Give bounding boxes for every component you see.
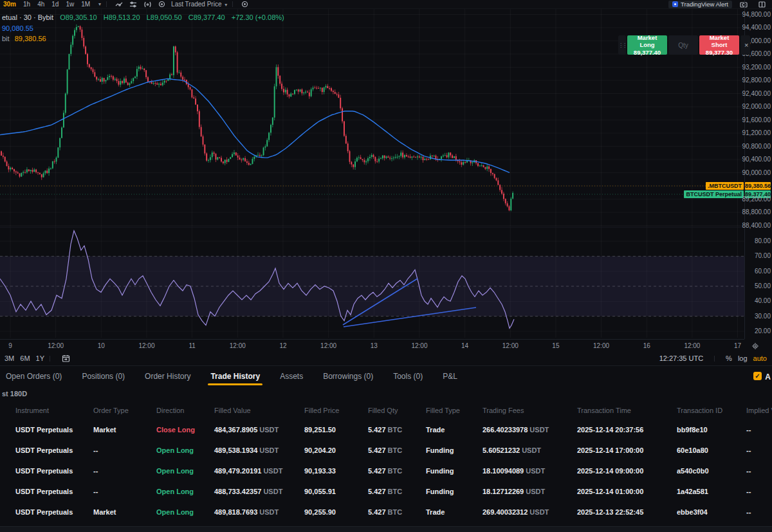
time-axis-label: 12:00 [138,342,154,349]
all-checkbox-label: A [765,372,771,381]
go-to-date-icon[interactable] [62,354,70,362]
cell-filled_value: 489,479.20191USDT [214,461,282,481]
cell-filled_qty: 5.427BTC [368,481,402,502]
cell-instrument: USDT Perpetuals [15,419,73,440]
range-6M[interactable]: 6M [20,354,30,362]
tab-trade-history[interactable]: Trade History [209,367,261,386]
tradingview-alert-button[interactable]: TradingView Alert [668,1,732,8]
cell-time: 2025-12-14 20:37:56 [577,419,643,440]
market-short-button[interactable]: Market Short 89,377.30 [699,35,739,55]
ma-legend-value: 90,080.55 [2,24,33,32]
cell-order_type: -- [93,440,98,461]
tab-positions-0[interactable]: Positions (0) [80,367,126,386]
all-checkbox[interactable]: ✓ [753,372,762,380]
table-row: USDT Perpetuals--Open Long489,538.1934US… [0,440,772,461]
auto-scale-button[interactable]: auto [753,354,767,362]
market-long-button[interactable]: Market Long 89,377.40 [627,35,667,55]
tab-order-history[interactable]: Order History [143,367,192,386]
time-axis-label: 12:00 [48,342,64,349]
target-icon[interactable] [158,1,165,8]
cell-unit: USDT [263,467,282,475]
timeframe-1d[interactable]: 1d [51,1,59,8]
cell-filled_price: 90,193.33 [304,461,336,481]
cell-filled_price: 90,204.20 [304,440,336,461]
timeframe-30m[interactable]: 30m [3,1,16,8]
cell-txid: a540c0b0 [677,461,709,481]
log-scale-button[interactable]: log [738,354,748,362]
timeframe-group: 30m1h4h1d1w1M [3,1,97,8]
price-axis-label: 94,800.00 [742,11,771,18]
cell-unit: BTC [388,467,403,475]
market-long-price: 89,377.40 [634,49,661,56]
cell-unit: BTC [388,426,403,434]
divider [232,1,233,7]
time-axis-label: 9 [8,342,12,349]
chevron-down-icon: ▾ [225,2,227,8]
cell-unit: USDT [259,426,279,434]
tab-borrowings-0[interactable]: Borrowings (0) [322,367,374,386]
time-axis[interactable]: 912:001012:001112:001212:001312:001412:0… [0,339,744,352]
chart-style-icon[interactable] [115,1,123,8]
cell-instrument: USDT Perpetuals [15,481,73,502]
cell-iv: -- [746,502,751,522]
timeframe-1h[interactable]: 1h [23,1,30,8]
cell-unit: USDT [259,446,279,454]
cell-direction: Open Long [156,461,194,481]
history-tabs: Open Orders (0)Positions (0)Order Histor… [0,367,459,386]
tab-tools-0[interactable]: Tools (0) [392,367,424,386]
time-axis-label: 17 [734,342,741,349]
tab-p-l[interactable]: P&L [441,367,459,386]
chevron-down-icon[interactable]: ▾ [98,1,101,7]
cell-filled_value: 489,538.1934USDT [214,440,279,461]
date-range-filter[interactable]: st 180D [2,390,27,398]
cell-order_type: -- [93,481,98,502]
divider [714,356,715,362]
price-source-dropdown[interactable]: Last Traded Price ▾ [171,1,227,8]
qty-input[interactable] [668,35,698,55]
drag-handle-icon[interactable]: ⋮⋮ [618,35,626,55]
trading-app: 30m1h4h1d1w1M ▾ Last Traded Price ▾ Trad… [0,0,772,532]
cell-txid: 60e10a80 [677,440,708,461]
market-short-label: Market Short [703,34,735,49]
rsi-axis-label: 70.00 [755,252,771,259]
crosshair-icon[interactable] [241,1,248,8]
cell-filled_price: 90,255.90 [304,502,336,522]
alert-waves-icon[interactable] [143,1,152,8]
cell-unit: USDT [529,508,549,516]
range-1Y[interactable]: 1Y [36,354,44,362]
column-header: Transaction Time [577,407,631,414]
range-3M[interactable]: 3M [5,354,14,362]
cell-filled_qty: 5.427BTC [368,419,402,440]
cell-instrument: USDT Perpetuals [15,440,73,461]
cell-filled_type: Funding [426,461,454,481]
column-header: Instrument [15,407,49,414]
timeframe-1w[interactable]: 1w [66,1,74,8]
cell-time: 2025-12-14 17:00:00 [577,440,643,461]
time-axis-label: 12:00 [593,342,609,349]
cell-filled_type: Funding [426,440,454,461]
timeframe-4h[interactable]: 4h [37,1,44,8]
tradingview-icon [672,1,678,7]
tab-assets[interactable]: Assets [279,367,304,386]
percent-scale-button[interactable]: % [726,354,732,362]
cell-unit: BTC [388,488,403,495]
indicators-icon[interactable] [129,1,137,8]
price-axis-label: 90,000.00 [742,169,771,176]
market-long-label: Market Long [631,34,663,49]
time-axis-label: 12:00 [411,342,427,349]
table-row: USDT Perpetuals--Open Long488,733.42357U… [0,481,772,502]
price-axis-label: 88,800.00 [742,208,771,216]
time-axis-label: 10 [98,342,105,349]
divider [50,356,50,362]
close-icon[interactable]: × [740,35,750,55]
cell-fees: 18.10094089USDT [482,461,545,481]
cell-filled_value: 484,367.8905USDT [214,419,279,440]
table-row: USDT PerpetualsMarketClose Long484,367.8… [0,419,772,440]
clock-label[interactable]: 12:27:35 UTC [659,354,703,362]
price-axis-label: 92,400.00 [742,90,771,97]
time-axis-label: 13 [371,342,378,349]
tab-open-orders-0[interactable]: Open Orders (0) [5,367,63,386]
rsi-axis-label: 20.00 [755,327,771,335]
divider [106,1,107,7]
timeframe-1M[interactable]: 1M [81,1,90,8]
